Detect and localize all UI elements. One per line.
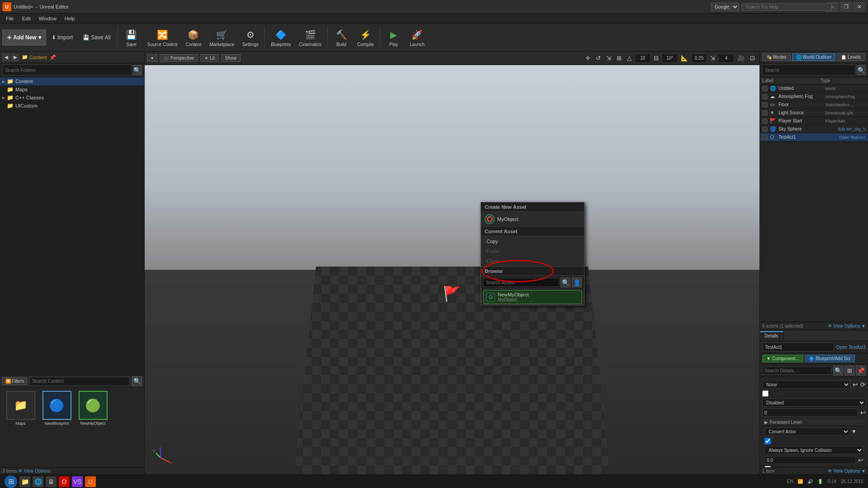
lit-button[interactable]: ☀ Lit xyxy=(200,54,219,62)
rotate-icon-btn[interactable]: ↺ xyxy=(594,53,603,63)
outliner-item-atmos-fog[interactable]: ☁ Atmospheric Fog AtmosphericFog xyxy=(760,93,868,101)
view-options-button[interactable]: 👁 View Options xyxy=(18,469,51,474)
blueprints-toolbar-btn[interactable]: 🔷 Blueprints xyxy=(267,25,294,50)
launch-toolbar-btn[interactable]: 🚀 Launch xyxy=(406,25,429,50)
folder-search-input[interactable] xyxy=(2,65,132,75)
value-reset-button[interactable]: ↩ xyxy=(860,409,866,416)
start-button[interactable]: ⊞ xyxy=(5,475,17,488)
compile-toolbar-btn[interactable]: ⚡ Compile xyxy=(354,25,377,50)
taskbar-terminal[interactable]: 🖥 xyxy=(46,476,57,487)
asset-item-maps[interactable]: 📁 Maps xyxy=(4,391,38,464)
outliner-item-testact1[interactable]: ⬡ TestAct1 Open TestAct1 xyxy=(760,133,868,141)
asset-item-newblueprint[interactable]: 🔵 NewBlueprint xyxy=(40,391,74,464)
open-testact-link[interactable]: Open TestAct1 xyxy=(836,345,866,350)
actor-name-input[interactable] xyxy=(762,343,834,352)
folder-search-button[interactable]: 🔍 xyxy=(133,65,142,75)
taskbar-unreal[interactable]: U xyxy=(85,476,96,487)
scale-icon-btn[interactable]: ⇲ xyxy=(604,53,613,63)
outliner-item-untitled[interactable]: 🌐 Untitled World xyxy=(760,84,868,93)
add-new-button[interactable]: + Add New ▾ xyxy=(2,29,46,46)
modes-tab-button[interactable]: 🎭 Modes xyxy=(762,53,791,61)
move-icon-btn[interactable]: ✛ xyxy=(583,53,593,63)
outliner-action-sky[interactable]: Edit BP_Sky_S xyxy=(838,127,866,131)
value-input[interactable] xyxy=(762,408,858,417)
play-toolbar-btn[interactable]: ▶ Play xyxy=(382,25,405,50)
forward-button[interactable]: ▶ xyxy=(11,53,19,61)
settings-toolbar-btn[interactable]: ⚙ Settings xyxy=(239,25,262,50)
blueprint-script-button[interactable]: 🔷 Blueprint/Add Scr xyxy=(805,355,855,362)
details-pin-button[interactable]: 📌 xyxy=(856,366,866,375)
ctx-asset-newmyobject[interactable]: ⬡ NewMyObject MyObject xyxy=(483,290,582,304)
grid-size-input[interactable] xyxy=(635,54,651,63)
persistent-level-header[interactable]: ▶ Persistent Level xyxy=(762,419,866,426)
ctx-person-button[interactable]: 👤 xyxy=(572,277,582,287)
import-button[interactable]: ⬇ Import xyxy=(47,29,77,46)
convert-actor-dropdown-button[interactable]: ▼ xyxy=(851,428,857,435)
outliner-search-input[interactable] xyxy=(762,65,855,75)
none-select[interactable]: None xyxy=(762,380,850,389)
visibility-toggle-testact[interactable] xyxy=(762,135,768,140)
levels-tab-button[interactable]: 📋 Levels xyxy=(837,53,865,61)
details-view-options-button[interactable]: 👁 View Options ▼ xyxy=(828,469,866,474)
value-00-reset-button[interactable]: ↩ xyxy=(858,456,863,464)
filter-button[interactable]: 🔽 Filters xyxy=(2,377,27,385)
grid-icon-btn[interactable]: ⊟ xyxy=(651,53,661,63)
build-toolbar-btn[interactable]: 🔨 Build xyxy=(330,25,353,50)
show-button[interactable]: Show xyxy=(221,54,241,62)
reset-none-button[interactable]: ↩ xyxy=(853,381,858,388)
taskbar-chrome[interactable]: 🌐 xyxy=(33,476,43,487)
viewport[interactable]: 🚩 X Y Z xyxy=(145,65,760,474)
outliner-item-skysphere[interactable]: 🌀 Sky Sphere Edit BP_Sky_S xyxy=(760,125,868,133)
taskbar-files[interactable]: 📁 xyxy=(19,476,30,487)
taskbar-vs[interactable]: VS xyxy=(72,476,83,487)
rotation-snap-icon-btn[interactable]: 📐 xyxy=(679,53,690,63)
restore-button[interactable]: ❐ xyxy=(840,2,852,12)
world-outliner-tab-button[interactable]: 🌐 World Outliner xyxy=(792,53,836,61)
details-checkbox[interactable] xyxy=(762,390,769,397)
ctx-copy-item[interactable]: Copy xyxy=(481,236,584,246)
ctx-search-button[interactable]: 🔍 xyxy=(561,277,571,287)
outliner-action-testact[interactable]: Open TestAct1 xyxy=(839,135,866,140)
disabled-select[interactable]: Disabled xyxy=(762,399,866,407)
visibility-toggle-sky[interactable] xyxy=(762,127,768,132)
scale-snap-input[interactable] xyxy=(691,54,707,63)
details-search-input[interactable] xyxy=(762,366,832,375)
vp-dropdown-button[interactable]: ▾ xyxy=(147,54,157,62)
menu-help[interactable]: Help xyxy=(61,15,79,22)
maximize-vp-button[interactable]: ⊡ xyxy=(748,53,757,63)
menu-edit[interactable]: Edit xyxy=(19,15,34,22)
asset-item-newmyobject[interactable]: 🟢 NewMyObject xyxy=(76,391,110,464)
marketplace-toolbar-btn[interactable]: 🛒 Marketplace xyxy=(206,25,237,50)
details-search-button[interactable]: 🔍 xyxy=(833,366,843,375)
surface-icon-btn[interactable]: △ xyxy=(625,53,634,63)
scale-snap-icon-btn[interactable]: ⇲ xyxy=(708,53,717,63)
ctx-new-asset-row[interactable]: ⭕ MyObject xyxy=(481,212,584,227)
tree-item-cpp[interactable]: ▶ 📁 C++ Classes xyxy=(0,94,144,102)
content-search-button[interactable]: 🔍 xyxy=(132,376,142,386)
rotation-snap-input[interactable] xyxy=(662,54,678,63)
tree-item-uicustom[interactable]: 📁 UICustom xyxy=(0,102,144,110)
ctx-search-input[interactable] xyxy=(483,278,559,287)
visibility-toggle-floor[interactable] xyxy=(762,102,768,108)
content-toolbar-btn[interactable]: 📦 Content xyxy=(182,25,205,50)
outliner-search-button[interactable]: 🔍 xyxy=(857,65,866,75)
close-button[interactable]: ✕ xyxy=(853,2,866,12)
cinematics-toolbar-btn[interactable]: 🎬 Cinematics xyxy=(296,25,325,50)
visibility-toggle-playerstart[interactable] xyxy=(762,118,768,124)
tree-item-content[interactable]: ▶ 📁 Content xyxy=(0,77,144,85)
source-control-toolbar-btn[interactable]: 🔀 Source Control xyxy=(144,25,181,50)
reload-none-button[interactable]: ⟳ xyxy=(860,381,866,388)
tree-item-maps[interactable]: 📁 Maps xyxy=(0,85,144,94)
details-checkbox-2[interactable] xyxy=(764,438,771,444)
pin-button[interactable]: 📌 xyxy=(49,54,56,61)
perspective-button[interactable]: 🎥 Perspective xyxy=(160,54,198,62)
save-toolbar-btn[interactable]: 💾 Save xyxy=(120,25,143,50)
menu-window[interactable]: Window xyxy=(35,15,60,22)
convert-actor-select[interactable]: Convert Actor xyxy=(764,427,850,436)
visibility-toggle-light[interactable] xyxy=(762,110,768,116)
outliner-view-options-button[interactable]: 👁 View Options ▼ xyxy=(828,324,866,328)
help-search-input[interactable] xyxy=(741,3,832,11)
component-button[interactable]: ▼ Component... xyxy=(762,355,803,362)
details-tab[interactable]: Details xyxy=(760,331,783,340)
spawn-select[interactable]: Always Spawn, Ignore Collision xyxy=(764,446,863,454)
